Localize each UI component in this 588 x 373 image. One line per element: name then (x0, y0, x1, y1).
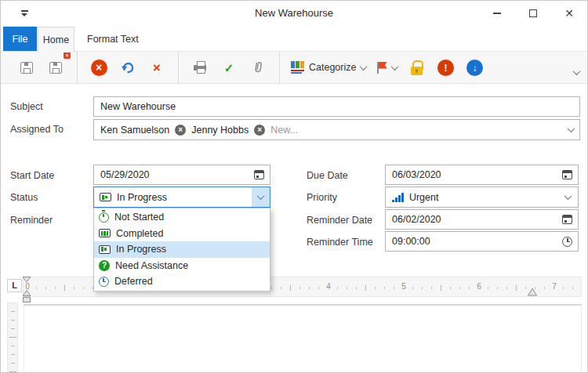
tab-stop-selector[interactable]: L (7, 279, 22, 292)
status-label: Status (10, 192, 38, 203)
remove-assignee-icon[interactable] (254, 125, 265, 136)
minimize-button[interactable] (479, 1, 515, 26)
due-date-input[interactable]: 06/03/2020 (385, 165, 579, 185)
save-button[interactable] (16, 56, 37, 79)
indent-markers[interactable] (21, 277, 32, 303)
lock-icon (408, 60, 424, 75)
reminder-time-value: 09:00:00 (392, 236, 430, 247)
flag-icon (375, 61, 387, 74)
reminder-time-input[interactable]: 09:00:00 (385, 231, 579, 252)
left-indent-marker[interactable] (24, 298, 31, 302)
delete-badge-icon (64, 52, 71, 59)
task-editor-window: New Warehourse ✕ File Home Format Text (0, 0, 588, 373)
checkmark-icon (224, 62, 234, 74)
close-button[interactable]: ✕ (551, 1, 587, 26)
urgent-priority-icon (392, 192, 404, 202)
status-option-label: Not Started (114, 212, 164, 223)
reminder-date-label: Reminder Date (307, 215, 372, 226)
assigned-to-input[interactable]: Ken Samuelson Jenny Hobbs New... (93, 119, 580, 140)
deferred-icon (99, 277, 109, 287)
attach-file-button[interactable] (248, 56, 268, 79)
in-progress-icon (100, 193, 111, 201)
status-option-label: Completed (116, 228, 163, 239)
print-icon (194, 61, 206, 74)
categorize-label: Categorize (309, 62, 356, 73)
minimize-icon (493, 13, 501, 13)
high-importance-button[interactable] (435, 56, 456, 79)
reminder-date-input[interactable]: 06/02/2020 (385, 209, 579, 230)
status-option-completed[interactable]: Completed (94, 226, 270, 242)
calendar-icon[interactable] (254, 170, 264, 179)
low-importance-icon (466, 60, 483, 76)
calendar-icon[interactable] (562, 170, 572, 179)
status-dropdown-popup: Not Started Completed In Progress Need A… (93, 208, 270, 292)
assigned-to-placeholder: New... (270, 125, 298, 136)
right-indent-marker[interactable] (527, 288, 538, 296)
priority-value: Urgent (409, 192, 439, 203)
cancel-button[interactable] (89, 56, 109, 79)
status-combobox[interactable]: In Progress (93, 186, 270, 208)
tab-format-text[interactable]: Format Text (76, 27, 150, 51)
print-button[interactable] (190, 56, 210, 79)
status-option-in-progress[interactable]: In Progress (94, 241, 270, 258)
tab-home[interactable]: Home (38, 27, 74, 53)
status-option-label: Deferred (114, 276, 153, 287)
status-option-label: Need Assistance (115, 260, 188, 271)
subject-input[interactable] (93, 96, 580, 117)
calendar-icon[interactable] (562, 215, 572, 224)
collapse-ribbon-button[interactable] (574, 64, 579, 78)
undo-icon (121, 60, 136, 75)
status-option-label: In Progress (116, 244, 166, 255)
in-progress-icon (99, 245, 111, 254)
tab-file[interactable]: File (3, 27, 37, 51)
clock-icon[interactable] (562, 237, 572, 247)
save-and-delete-button[interactable] (45, 56, 66, 79)
priority-combobox[interactable]: Urgent (385, 186, 579, 208)
private-button[interactable] (406, 56, 426, 79)
chevron-down-icon (360, 63, 368, 71)
assignee-token: Jenny Hobbs (191, 125, 249, 136)
ruler-mark: 5 (400, 282, 408, 291)
mark-complete-button[interactable] (219, 56, 239, 79)
remove-assignee-icon[interactable] (175, 125, 186, 136)
follow-up-flag-button[interactable] (375, 56, 397, 79)
high-importance-icon (437, 60, 454, 76)
close-icon: ✕ (564, 8, 574, 19)
title-bar: New Warehourse ✕ (1, 1, 587, 26)
notes-editor-area[interactable] (24, 304, 582, 373)
start-date-label: Start Date (10, 170, 54, 181)
priority-label: Priority (307, 192, 337, 203)
categorize-button[interactable]: Categorize (291, 56, 366, 79)
chevron-down-icon[interactable] (568, 125, 575, 132)
maximize-button[interactable] (515, 1, 551, 26)
not-started-icon (99, 212, 109, 223)
hanging-indent-marker[interactable] (23, 291, 31, 296)
status-option-deferred[interactable]: Deferred (94, 273, 270, 290)
ruler-mark: 6 (475, 282, 483, 291)
ribbon-toolbar: Categorize (1, 51, 587, 84)
assignee-token: Ken Samuelson (100, 125, 169, 136)
vertical-ruler (7, 302, 18, 373)
reminder-time-label: Reminder Time (307, 237, 373, 248)
paperclip-icon (250, 60, 266, 75)
delete-icon (153, 61, 161, 74)
assigned-to-label: Assigned To (10, 124, 64, 135)
completed-icon (99, 229, 111, 237)
status-option-need-assistance[interactable]: Need Assistance (94, 258, 270, 274)
start-date-value: 05/29/2020 (100, 169, 150, 180)
first-line-indent-marker[interactable] (23, 277, 31, 283)
status-dropdown-button[interactable] (252, 187, 270, 207)
maximize-icon (529, 9, 537, 17)
undo-button[interactable] (118, 56, 138, 79)
toolbar-separator (77, 52, 78, 83)
start-date-input[interactable]: 05/29/2020 (93, 165, 270, 185)
chevron-down-icon (564, 192, 572, 200)
toolbar-separator (279, 52, 280, 83)
status-option-not-started[interactable]: Not Started (94, 209, 270, 226)
categorize-icon (291, 61, 304, 74)
delete-button[interactable] (147, 56, 167, 79)
subject-label: Subject (10, 101, 43, 112)
low-importance-button[interactable] (464, 56, 485, 79)
toolbar-separator (178, 52, 179, 83)
ruler-mark: 4 (325, 282, 332, 291)
